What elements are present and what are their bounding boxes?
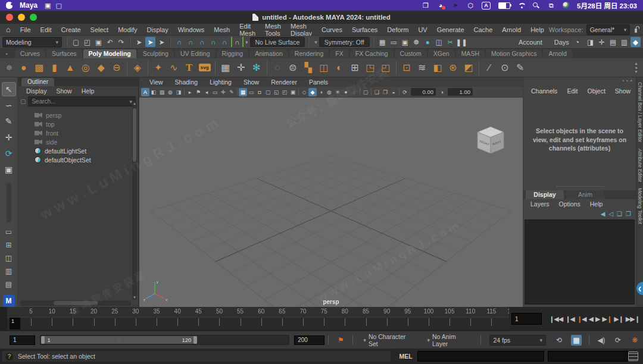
snap-viewplane-icon[interactable]: ∩ bbox=[220, 37, 230, 47]
layer-editor-tab[interactable]: Anim bbox=[566, 190, 604, 199]
mirror-icon[interactable]: ◧ bbox=[430, 60, 445, 76]
control-center-icon[interactable]: ⧉ bbox=[548, 1, 555, 10]
step-forward-key-button[interactable]: ▶❙ bbox=[602, 315, 611, 323]
shelf-options-gear-icon[interactable]: ☸ bbox=[6, 64, 13, 72]
playback-options-icon[interactable]: ▦ bbox=[571, 335, 582, 346]
battery-icon[interactable] bbox=[498, 2, 510, 9]
make-live-icon[interactable]: ∩ bbox=[231, 37, 244, 47]
select-component-icon[interactable]: ➤ bbox=[157, 37, 167, 47]
time-ruler[interactable]: 1 51015202530354045505560657075808590951… bbox=[7, 307, 509, 331]
outliner-list-item[interactable]: front bbox=[18, 128, 138, 137]
render-view-icon[interactable]: ▦ bbox=[377, 37, 388, 47]
film-gate-icon[interactable]: ▭ bbox=[247, 88, 255, 96]
channel-box-layer-editor-tab[interactable]: Channel Box / Layer Editor bbox=[637, 82, 643, 143]
menu-item[interactable]: Create bbox=[57, 26, 86, 33]
mute-icon[interactable]: ◀) bbox=[597, 335, 606, 346]
minimize-window-button[interactable] bbox=[18, 14, 25, 21]
undo-icon[interactable]: ↶ bbox=[105, 37, 115, 47]
maya-m-badge-icon[interactable]: M bbox=[3, 295, 15, 307]
outliner-list-item[interactable]: defaultLightSet bbox=[18, 146, 138, 155]
help-question-icon[interactable]: ? bbox=[5, 353, 13, 360]
panel-expand-chevron[interactable]: ❮ bbox=[636, 282, 643, 295]
separate-icon[interactable]: ⊞ bbox=[347, 60, 363, 76]
wifi-icon[interactable] bbox=[518, 3, 525, 8]
menu-item[interactable]: Windows bbox=[173, 26, 210, 33]
scale-tool-icon[interactable]: ▣ bbox=[2, 162, 16, 177]
modeling-toolkit-tab[interactable]: Modeling Toolkit bbox=[637, 188, 643, 224]
textured-mode-icon[interactable]: ◑ bbox=[317, 88, 325, 96]
ui-window-icon[interactable]: ▦ bbox=[218, 60, 233, 76]
outliner-list-item[interactable]: side bbox=[18, 137, 138, 146]
sweep-mesh-icon[interactable]: ✦ bbox=[151, 60, 166, 76]
layer-down-icon[interactable]: ◁ bbox=[608, 211, 613, 217]
zoom-window-button[interactable] bbox=[30, 14, 37, 21]
paint-select-tool-icon[interactable]: ✎ bbox=[2, 114, 16, 128]
outliner-list-item[interactable]: persp bbox=[18, 111, 138, 120]
poly-torus-icon[interactable]: ◎ bbox=[78, 60, 93, 76]
sculpt-layers-icon[interactable]: ⊜ bbox=[285, 60, 301, 76]
shelf-tab[interactable]: Motion Graphics bbox=[486, 49, 542, 58]
outliner-menu-item[interactable]: Help bbox=[78, 87, 98, 95]
workspace-outliner-toggle-icon[interactable]: ◨ bbox=[585, 37, 595, 47]
hypershade-persp-layout-icon[interactable]: ▤ bbox=[3, 280, 15, 289]
mel-result-field[interactable] bbox=[548, 351, 628, 362]
shelf-tab[interactable]: UV Editing bbox=[175, 49, 216, 58]
poly-cone-icon[interactable]: ▲ bbox=[63, 60, 78, 76]
light-editor-icon[interactable]: ✂ bbox=[445, 37, 455, 47]
window-manager-icon[interactable]: ❐ bbox=[422, 1, 429, 10]
shelf-scrollbar[interactable]: ▲●▼ bbox=[634, 61, 638, 74]
outliner-horizontal-scrollbar[interactable]: ∷∷∷ bbox=[20, 300, 131, 306]
pivot-tool-icon[interactable]: ✛ bbox=[233, 60, 249, 76]
viewport-menu-item[interactable]: Panels bbox=[304, 79, 333, 86]
menu-item[interactable]: Mesh Display bbox=[286, 23, 317, 37]
shelf-tab[interactable]: Rendering bbox=[289, 49, 329, 58]
channel-box-menu-item[interactable]: Edit bbox=[563, 87, 582, 95]
shelf-tab[interactable]: Rigging bbox=[217, 49, 249, 58]
helix-icon[interactable]: ∿ bbox=[166, 60, 182, 76]
all-lights-icon[interactable]: ✳ bbox=[333, 88, 342, 96]
redo-icon[interactable]: ↷ bbox=[116, 37, 126, 47]
symmetry-field[interactable]: Symmetry: Off bbox=[319, 37, 370, 47]
live-surface-field[interactable]: No Live Surface bbox=[250, 37, 305, 47]
layer-editor-tab[interactable]: Display bbox=[526, 190, 564, 199]
layer-up-icon[interactable]: ◀ bbox=[601, 211, 605, 217]
playback-loop-icon[interactable]: ⟲ bbox=[554, 335, 564, 346]
character-set-selector[interactable]: ▾ No Character Set bbox=[361, 333, 416, 347]
selection-highlight-icon[interactable]: A bbox=[141, 88, 149, 96]
window-capture-icon[interactable]: ▣ bbox=[45, 2, 51, 10]
outliner-search-input[interactable]: Search... bbox=[28, 96, 136, 106]
go-to-end-button[interactable]: ▶▶❙ bbox=[626, 315, 639, 323]
play-backwards-button[interactable]: ◀ bbox=[589, 315, 593, 323]
panel-layout-icon[interactable]: ◧ bbox=[149, 88, 158, 96]
safe-action-icon[interactable]: ◰ bbox=[280, 88, 289, 96]
shelf-tab[interactable]: FX Caching bbox=[350, 49, 394, 58]
channel-box-menu-item[interactable]: Object bbox=[583, 87, 609, 95]
shelf-tab[interactable]: Custom bbox=[395, 49, 427, 58]
menu-item[interactable]: Generate bbox=[432, 26, 469, 33]
type-tool-icon[interactable]: T bbox=[182, 60, 197, 76]
channel-manip-icon[interactable]: ▪ bbox=[630, 79, 632, 86]
viewport-menu-item[interactable]: Shading bbox=[170, 79, 204, 86]
channel-speed-icon[interactable]: ▪ bbox=[626, 79, 628, 86]
two-pane-layout-icon[interactable]: ◫ bbox=[3, 253, 15, 263]
ambient-occlusion-icon[interactable]: ◌ bbox=[350, 88, 358, 96]
material-mode-icon[interactable]: ◍ bbox=[325, 88, 333, 96]
dropdown-arrow-icon[interactable]: ▾ bbox=[314, 39, 317, 45]
shelf-tab[interactable]: MASH bbox=[456, 49, 485, 58]
layer-list-area[interactable] bbox=[525, 219, 635, 305]
apple-menu-icon[interactable] bbox=[6, 2, 13, 9]
gate-mask-icon[interactable]: ▢ bbox=[264, 88, 272, 96]
lasso-tool-icon[interactable]: ∽ bbox=[2, 98, 16, 112]
shelf-tab-menu-icon[interactable]: ▪ bbox=[6, 51, 8, 57]
separator[interactable] bbox=[130, 37, 130, 46]
outliner-menu-item[interactable]: Show bbox=[52, 87, 75, 95]
menu-set-selector[interactable]: Modeling bbox=[2, 37, 62, 48]
shelf-tab[interactable]: FX bbox=[330, 49, 348, 58]
snap-curve-icon[interactable]: ∩ bbox=[186, 37, 196, 47]
image-plane-icon[interactable]: ▭ bbox=[211, 88, 219, 96]
camera-select-icon[interactable]: ▸ bbox=[186, 88, 194, 96]
range-end-handle[interactable] bbox=[193, 336, 197, 344]
separator[interactable] bbox=[67, 37, 67, 46]
channel-box-toggle-icon[interactable]: ▥ bbox=[619, 37, 629, 47]
channel-box-menu-item[interactable]: Channels bbox=[527, 87, 561, 95]
